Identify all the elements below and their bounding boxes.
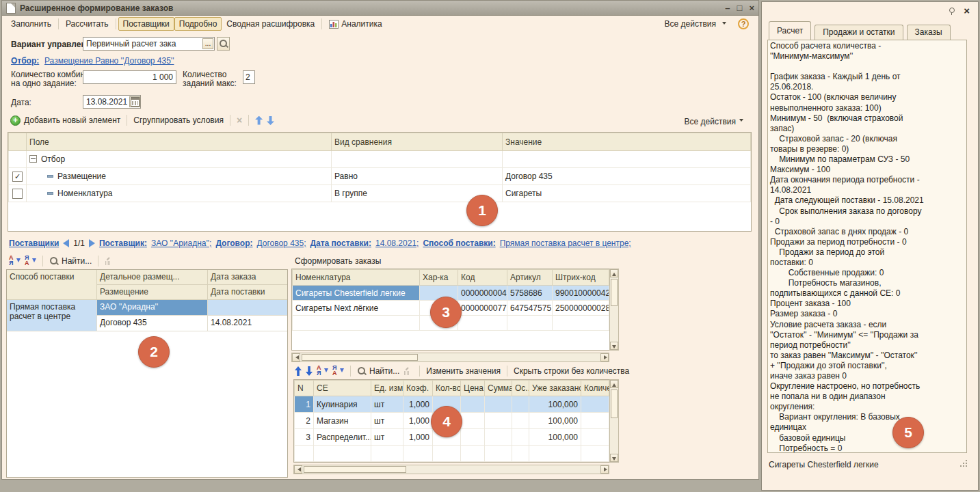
- ellipsis-button[interactable]: ...: [202, 38, 213, 49]
- cell-delivery-method[interactable]: Прямая поставка расчет в центре: [7, 300, 97, 331]
- checkbox-checked[interactable]: ✓: [12, 172, 23, 182]
- checkbox-unchecked[interactable]: [12, 189, 23, 199]
- calculation-text[interactable]: Способ расчета количества - ''Минимум-ма…: [767, 40, 967, 453]
- filter-all-actions-button[interactable]: Все действия: [685, 117, 743, 126]
- scroll-left-button[interactable]: [292, 353, 300, 361]
- filter-col-comparison[interactable]: Вид сравнения: [332, 133, 503, 151]
- scroll-down-button[interactable]: [610, 342, 618, 350]
- col-already-ordered[interactable]: Уже заказано: [529, 381, 581, 396]
- minimize-button[interactable]: –: [725, 3, 730, 12]
- quantities-hscrollbar[interactable]: [293, 465, 609, 474]
- col-se[interactable]: СЕ: [314, 381, 371, 396]
- scroll-right-button[interactable]: [600, 465, 609, 474]
- delivery-date-value-link[interactable]: 14.08.2021;: [375, 238, 419, 248]
- add-element-button[interactable]: + Добавить новый элемент: [10, 115, 120, 126]
- group-conditions-button[interactable]: Сгруппировать условия: [133, 115, 224, 125]
- col-order-date[interactable]: Дата заказа: [208, 270, 288, 285]
- tasks-max-input[interactable]: 2: [243, 70, 255, 84]
- delivery-method-value-link[interactable]: Прямая поставка расчет в центре;: [500, 238, 631, 248]
- filter-col-field[interactable]: Поле: [27, 133, 332, 151]
- delete-icon[interactable]: ×: [237, 115, 242, 125]
- filter-row-placement[interactable]: ✓ Размещение Равно Договор 435: [9, 168, 751, 185]
- move-up-icon[interactable]: [255, 116, 263, 125]
- cell-delivery-date[interactable]: 14.08.2021: [208, 316, 288, 331]
- analytics-button[interactable]: Аналитика: [324, 17, 386, 31]
- supplier-label-link[interactable]: Поставщик:: [99, 238, 147, 248]
- suppliers-link[interactable]: Поставщики: [9, 238, 59, 248]
- scroll-thumb[interactable]: [304, 466, 406, 473]
- col-barcode[interactable]: Штрих-код: [553, 270, 609, 286]
- maximize-button[interactable]: □: [737, 3, 743, 12]
- variant-search-button[interactable]: [217, 37, 230, 51]
- control-variant-input[interactable]: Первичный расчет зака: [83, 37, 215, 51]
- filter-row-nomenclature[interactable]: Номенклатура В группе Сигареты: [9, 185, 751, 202]
- help-icon[interactable]: ?: [738, 18, 749, 29]
- col-unit[interactable]: Ед. изм.: [371, 381, 403, 396]
- col-characteristic[interactable]: Хар-ка: [420, 270, 458, 286]
- col-nomenclature[interactable]: Номенклатура: [293, 270, 420, 286]
- cell-order-date[interactable]: [208, 300, 288, 316]
- col-ost[interactable]: Ос...: [512, 381, 529, 396]
- combinations-input[interactable]: 1 000: [83, 70, 176, 84]
- sort-descending-icon[interactable]: ЯА: [332, 366, 344, 377]
- scroll-thumb[interactable]: [611, 390, 618, 418]
- tab-calculation[interactable]: Расчет: [769, 21, 811, 40]
- col-detailed-placement[interactable]: Детальное размещ...: [97, 270, 208, 285]
- filter-col-value[interactable]: Значение: [503, 133, 751, 151]
- resize-grip[interactable]: [959, 459, 968, 468]
- supplier-value-link[interactable]: ЗАО ''Ариадна'';: [151, 238, 212, 248]
- fill-button[interactable]: Заполнить: [6, 17, 56, 31]
- sort-descending-icon[interactable]: ЯА: [25, 256, 36, 266]
- col-n[interactable]: N: [295, 381, 314, 396]
- scroll-right-button[interactable]: [600, 353, 609, 361]
- cell-placement-selected[interactable]: ЗАО ''Ариадна'': [97, 300, 208, 316]
- col-qty[interactable]: Кол-во: [433, 381, 461, 396]
- nomenclature-vscrollbar[interactable]: [609, 269, 619, 351]
- all-actions-button[interactable]: Все действия: [660, 17, 731, 31]
- move-up-icon[interactable]: [295, 366, 302, 376]
- cell-contract[interactable]: Договор 435: [97, 316, 208, 331]
- col-coef[interactable]: Коэф.: [403, 381, 433, 396]
- summary-button[interactable]: Сводная расшифровка: [222, 17, 319, 31]
- bottom-find-button[interactable]: Найти...: [357, 366, 399, 376]
- change-values-button[interactable]: Изменить значения: [426, 366, 501, 376]
- hide-empty-rows-button[interactable]: Скрыть строки без количества: [514, 366, 629, 376]
- suppliers-toggle-button[interactable]: Поставщики: [118, 17, 174, 31]
- move-down-icon[interactable]: [267, 116, 274, 125]
- panel-close-button[interactable]: ×: [964, 5, 970, 16]
- contract-label-link[interactable]: Договор:: [215, 238, 252, 248]
- col-article[interactable]: Артикул: [507, 270, 553, 286]
- calculate-button[interactable]: Рассчитать: [61, 17, 114, 31]
- prev-supplier-icon[interactable]: [63, 239, 69, 247]
- scroll-left-button[interactable]: [294, 465, 302, 474]
- collapse-icon[interactable]: [29, 155, 37, 163]
- filter-link-label[interactable]: Отбор:: [11, 56, 39, 66]
- scroll-thumb[interactable]: [302, 354, 418, 361]
- clear-search-icon[interactable]: [403, 366, 413, 376]
- scroll-thumb[interactable]: [611, 279, 618, 306]
- sort-ascending-icon[interactable]: АЯ: [9, 256, 21, 266]
- contract-value-link[interactable]: Договор 435;: [256, 238, 306, 248]
- filter-group-row[interactable]: Отбор: [9, 151, 751, 168]
- tab-sales-and-stock[interactable]: Продажи и остатки: [815, 25, 903, 40]
- move-down-icon[interactable]: [306, 366, 313, 376]
- col-code[interactable]: Код: [458, 270, 507, 286]
- filter-link-value[interactable]: Размещение Равно ''Договор 435'': [44, 56, 174, 66]
- tab-orders[interactable]: Заказы: [907, 25, 951, 40]
- quantities-vscrollbar[interactable]: [609, 379, 619, 463]
- details-toggle-button[interactable]: Подробно: [174, 17, 222, 31]
- next-supplier-icon[interactable]: [89, 239, 95, 247]
- nomenclature-hscrollbar[interactable]: [291, 353, 609, 362]
- delivery-date-label-link[interactable]: Дата поставки:: [310, 238, 371, 248]
- clear-search-icon[interactable]: [105, 256, 114, 266]
- scroll-down-button[interactable]: [610, 454, 618, 462]
- col-placement[interactable]: Размещение: [97, 285, 208, 300]
- sort-ascending-icon[interactable]: АЯ: [317, 366, 328, 377]
- col-sum[interactable]: Сумма: [485, 381, 512, 396]
- close-button[interactable]: ×: [749, 3, 754, 12]
- col-delivery-method[interactable]: Способ поставки: [7, 270, 97, 300]
- col-quantity[interactable]: Количе: [581, 381, 609, 396]
- col-delivery-date[interactable]: Дата поставки: [208, 285, 288, 300]
- col-price[interactable]: Цена: [461, 381, 485, 396]
- delivery-method-label-link[interactable]: Способ поставки:: [423, 238, 495, 248]
